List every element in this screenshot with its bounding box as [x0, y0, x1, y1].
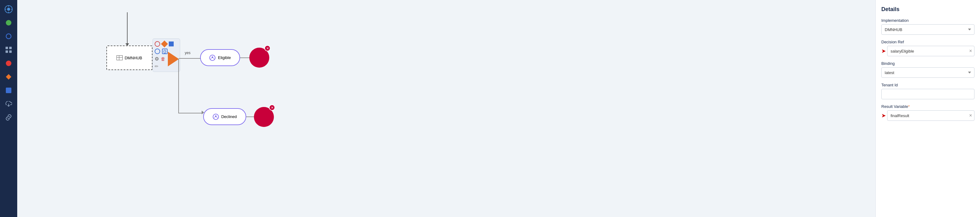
- result-variable-arrow-row: ➤ ×: [881, 110, 974, 121]
- eligible-label: Eligible: [218, 55, 231, 60]
- blue-ring-icon[interactable]: [3, 31, 14, 42]
- gateway-triangle[interactable]: [168, 52, 179, 66]
- binding-group: Binding latest deployment version versio…: [881, 61, 974, 78]
- decision-ref-arrow-row: ➤ ×: [881, 46, 974, 56]
- declined-user-icon: [213, 114, 219, 120]
- svg-rect-8: [6, 47, 8, 49]
- apps-icon[interactable]: [3, 44, 14, 55]
- decision-ref-label: Decision Ref: [881, 40, 974, 44]
- green-circle-icon[interactable]: [3, 17, 14, 28]
- circle-red-shape[interactable]: [154, 41, 160, 47]
- result-variable-clear[interactable]: ×: [969, 113, 972, 118]
- result-variable-arrow-icon: ➤: [881, 112, 886, 119]
- result-variable-label: Result Variable*: [881, 104, 974, 109]
- cloud-download-icon[interactable]: [3, 98, 14, 109]
- trash-icon[interactable]: 🗑: [161, 56, 165, 61]
- top-arrow: [127, 12, 127, 45]
- implementation-label: Implementation: [881, 18, 974, 23]
- end-circle-declined-x: ✕: [269, 105, 275, 111]
- svg-point-12: [6, 61, 11, 66]
- canvas-area: DMNHUB {} ⚙ 🗑 ✏ yes: [17, 0, 875, 217]
- decision-ref-arrow-icon: ➤: [881, 48, 886, 54]
- decision-ref-input[interactable]: [887, 46, 974, 56]
- svg-point-6: [6, 20, 11, 26]
- tenant-id-label: Tenant Id: [881, 83, 974, 87]
- eligible-node[interactable]: Eligible: [200, 49, 240, 66]
- binding-label: Binding: [881, 61, 974, 66]
- conn-horiz-declined: [178, 113, 203, 113]
- result-variable-wrapper: ×: [887, 110, 974, 121]
- rect-blue-shape[interactable]: [169, 41, 174, 46]
- conn-declined-end: [246, 116, 255, 117]
- svg-rect-10: [6, 50, 8, 53]
- chain-link-icon[interactable]: [3, 112, 14, 123]
- conn-eligible-end: [240, 57, 250, 58]
- end-circle-declined: ✕: [254, 107, 274, 127]
- decision-ref-clear[interactable]: ×: [969, 48, 972, 54]
- svg-marker-13: [6, 74, 11, 80]
- red-circle-icon[interactable]: [3, 58, 14, 69]
- end-circle-eligible-x: ✕: [264, 45, 270, 51]
- binding-select[interactable]: latest deployment version versionTag: [881, 67, 974, 78]
- end-circle-eligible: ✕: [249, 48, 269, 68]
- conn-down-declined: [178, 59, 179, 113]
- details-panel: Details Implementation DMNHUB DMN Extern…: [875, 0, 980, 217]
- bpmn-canvas: DMNHUB {} ⚙ 🗑 ✏ yes: [17, 0, 875, 217]
- orange-diamond-icon[interactable]: [3, 71, 14, 82]
- implementation-select[interactable]: DMNHUB DMN External: [881, 24, 974, 35]
- dmnhub-node[interactable]: DMNHUB: [107, 45, 153, 70]
- diamond-orange-shape[interactable]: [161, 41, 168, 48]
- decision-ref-group: Decision Ref ➤ ×: [881, 40, 974, 56]
- svg-rect-9: [9, 47, 12, 49]
- implementation-group: Implementation DMNHUB DMN External: [881, 18, 974, 35]
- tenant-id-wrapper: [881, 89, 974, 99]
- svg-point-7: [6, 34, 11, 39]
- svg-point-1: [7, 8, 10, 11]
- svg-rect-11: [9, 50, 12, 53]
- toolbar-row-1: [154, 41, 178, 47]
- declined-node[interactable]: Declined: [203, 108, 246, 125]
- yes-label: yes: [185, 51, 191, 55]
- dmnhub-label: DMNHUB: [124, 56, 142, 60]
- logo-icon[interactable]: [3, 4, 14, 15]
- declined-label: Declined: [221, 114, 237, 119]
- table-icon: [116, 55, 123, 60]
- tenant-id-group: Tenant Id: [881, 83, 974, 99]
- pen-icon[interactable]: ✏: [154, 64, 159, 69]
- circle-outline-shape[interactable]: [154, 49, 160, 54]
- conn-gateway-eligible: [179, 58, 201, 59]
- result-variable-group: Result Variable* ➤ ×: [881, 104, 974, 121]
- user-icon: [209, 55, 215, 61]
- decision-ref-wrapper: ×: [887, 46, 974, 56]
- tenant-id-input[interactable]: [881, 89, 974, 99]
- gear-icon[interactable]: ⚙: [154, 56, 159, 62]
- brace-shape[interactable]: {}: [162, 49, 167, 54]
- details-title: Details: [881, 6, 974, 13]
- blue-square-icon[interactable]: [3, 85, 14, 96]
- sidebar: [0, 0, 17, 217]
- svg-rect-14: [6, 88, 11, 93]
- result-variable-input[interactable]: [887, 110, 974, 121]
